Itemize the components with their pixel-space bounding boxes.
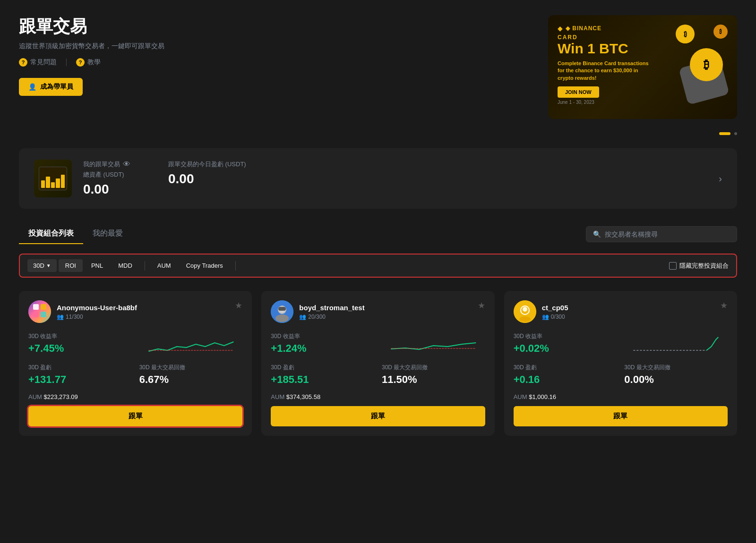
link-divider xyxy=(66,59,67,66)
bar-4 xyxy=(56,178,60,188)
header-left: 跟單交易 追蹤世界頂級加密貨幣交易者，一鍵即可跟單交易 ? 常見問題 ? 教學 … xyxy=(19,15,164,96)
hide-full-portfolio-checkbox[interactable]: 隱藏完整投資組合 xyxy=(669,262,729,270)
card-3-name: ct_cp05 xyxy=(542,304,568,312)
dot-inactive[interactable] xyxy=(734,132,737,135)
card-3-header: ct_cp05 👥 0/300 ★ xyxy=(514,300,728,323)
banner-logo-text: ◆ BINANCE xyxy=(566,25,601,32)
become-trader-button[interactable]: 👤 成為帶單員 xyxy=(19,78,83,96)
portfolio-section: 投資組合列表 我的最愛 🔍 30D ▼ ROI PNL MDD AUM Copy… xyxy=(19,224,737,436)
faq-link[interactable]: ? 常見問題 xyxy=(19,58,57,67)
filter-mdd-button[interactable]: MDD xyxy=(112,259,139,272)
checkbox-box[interactable] xyxy=(669,262,677,270)
total-assets-label: 我的跟單交易 👁 xyxy=(83,160,130,169)
card-3-chart xyxy=(624,332,728,356)
card-1-roi-col: 30D 收益率 +7.45% xyxy=(28,332,132,356)
card-2-header: boyd_stroman_test 👥 20/300 ★ xyxy=(271,300,485,323)
tutorial-link[interactable]: ? 教學 xyxy=(76,58,101,67)
card-1-chart xyxy=(139,332,243,356)
chart-bars xyxy=(41,175,65,188)
card-2-name: boyd_stroman_test xyxy=(299,304,364,312)
trader-card-2: boyd_stroman_test 👥 20/300 ★ 30D 收益率 +1.… xyxy=(261,291,494,436)
favorite-star-2[interactable]: ★ xyxy=(478,300,485,311)
card-1-aum: AUM $223,273.09 xyxy=(28,393,242,400)
card-3-roi-col: 30D 收益率 +0.02% xyxy=(514,332,617,356)
tab-row: 投資組合列表 我的最愛 🔍 xyxy=(19,224,737,244)
header-section: 跟單交易 追蹤世界頂級加密貨幣交易者，一鍵即可跟單交易 ? 常見問題 ? 教學 … xyxy=(19,15,737,119)
avatar-2 xyxy=(271,300,293,323)
svg-point-8 xyxy=(275,314,289,322)
avatar-3 xyxy=(514,300,536,323)
filter-divider-2 xyxy=(235,261,236,271)
tab-favorites[interactable]: 我的最愛 xyxy=(83,224,132,244)
copy-button-1[interactable]: 跟單 xyxy=(28,406,242,426)
arrow-right-icon[interactable]: › xyxy=(719,173,722,184)
chart-svg-3 xyxy=(624,332,728,356)
copy-button-2[interactable]: 跟單 xyxy=(271,406,485,426)
copy-trade-icon xyxy=(39,167,67,190)
svg-rect-1 xyxy=(33,304,39,310)
banner-section: ◆ ◆ BINANCE CARD Win 1 BTC Complete Bina… xyxy=(548,15,737,119)
page-subtitle: 追蹤世界頂級加密貨幣交易者，一鍵即可跟單交易 xyxy=(19,42,164,51)
svg-point-15 xyxy=(523,307,527,312)
period-label: 30D xyxy=(33,262,44,269)
card-2-chart xyxy=(382,332,485,356)
filter-pnl-button[interactable]: PNL xyxy=(85,259,110,272)
favorite-star-1[interactable]: ★ xyxy=(235,300,242,311)
search-box: 🔍 xyxy=(586,226,737,242)
followers-icon-2: 👥 xyxy=(299,314,306,320)
person-icon: 👤 xyxy=(28,83,36,91)
card-2-mdd: 30D 最大交易回撤 11.50% xyxy=(382,364,485,386)
banner-join-button[interactable]: JOIN NOW xyxy=(558,86,599,98)
eye-icon[interactable]: 👁 xyxy=(123,160,130,169)
card-2-followers: 👥 20/300 xyxy=(299,314,364,320)
today-pnl-label: 跟單交易的今日盈虧 (USDT) xyxy=(168,160,246,169)
become-trader-label: 成為帶單員 xyxy=(40,83,73,91)
card-2-user-info: boyd_stroman_test 👥 20/300 xyxy=(299,304,364,320)
banner-desc: Complete Binance Card transactions for t… xyxy=(558,60,652,82)
cards-grid: Anonymous-User-ba8bf 👥 11/300 ★ 30D 收益率 … xyxy=(19,291,737,436)
search-input[interactable] xyxy=(605,230,730,238)
svg-point-16 xyxy=(519,316,531,322)
card-1-name: Anonymous-User-ba8bf xyxy=(57,304,137,312)
card-2-aum: AUM $374,305.58 xyxy=(271,393,485,400)
card-2-user: boyd_stroman_test 👥 20/300 xyxy=(271,300,364,323)
followers-icon-3: 👥 xyxy=(542,314,549,320)
card-1-pnl: 30D 盈虧 +131.77 xyxy=(28,364,132,386)
binance-logo-icon: ◆ xyxy=(558,25,563,32)
card-1-bottom-stats: 30D 盈虧 +131.77 30D 最大交易回撤 6.67% xyxy=(28,364,242,386)
dot-active[interactable] xyxy=(719,132,730,135)
svg-rect-3 xyxy=(33,312,39,317)
card-1-mdd: 30D 最大交易回撤 6.67% xyxy=(139,364,243,386)
svg-rect-10 xyxy=(278,307,286,311)
tabs: 投資組合列表 我的最愛 xyxy=(19,224,132,244)
chart-svg-1 xyxy=(139,332,243,356)
card-3-bottom-stats: 30D 盈虧 +0.16 30D 最大交易回撤 0.00% xyxy=(514,364,728,386)
card-3-followers: 👥 0/300 xyxy=(542,314,568,320)
today-pnl-value: 0.00 xyxy=(168,171,246,187)
copy-trade-icon-box xyxy=(34,160,72,197)
filter-roi-button[interactable]: ROI xyxy=(59,259,83,272)
copy-button-3[interactable]: 跟單 xyxy=(514,406,728,426)
my-copy-section: 我的跟單交易 👁 總資產 (USDT) 0.00 跟單交易的今日盈虧 (USDT… xyxy=(19,148,737,209)
filter-copy-traders-button[interactable]: Copy Traders xyxy=(180,259,230,272)
filter-aum-button[interactable]: AUM xyxy=(151,259,178,272)
hide-label: 隱藏完整投資組合 xyxy=(679,262,729,270)
card-3-stats: 30D 收益率 +0.02% xyxy=(514,332,728,356)
tutorial-label: 教學 xyxy=(87,58,101,67)
period-selector[interactable]: 30D ▼ xyxy=(27,259,57,272)
card-3-user-info: ct_cp05 👥 0/300 xyxy=(542,304,568,320)
carousel-dots xyxy=(19,132,737,135)
banner-coins: ₿ ₿ ₿ xyxy=(662,20,732,110)
card-1-user: Anonymous-User-ba8bf 👥 11/300 xyxy=(28,300,137,323)
chart-svg-2 xyxy=(382,332,485,356)
favorite-star-3[interactable]: ★ xyxy=(720,300,728,311)
card-1-user-info: Anonymous-User-ba8bf 👥 11/300 xyxy=(57,304,137,320)
card-3-mdd: 30D 最大交易回撤 0.00% xyxy=(624,364,728,386)
card-1-followers: 👥 11/300 xyxy=(57,314,137,320)
faq-label: 常見問題 xyxy=(30,58,57,67)
card-1-stats: 30D 收益率 +7.45% xyxy=(28,332,242,356)
tab-portfolio-list[interactable]: 投資組合列表 xyxy=(19,224,83,244)
faq-icon: ? xyxy=(19,58,27,67)
card-2-bottom-stats: 30D 盈虧 +185.51 30D 最大交易回撤 11.50% xyxy=(271,364,485,386)
coin-mini-icon: ₿ xyxy=(713,25,728,39)
